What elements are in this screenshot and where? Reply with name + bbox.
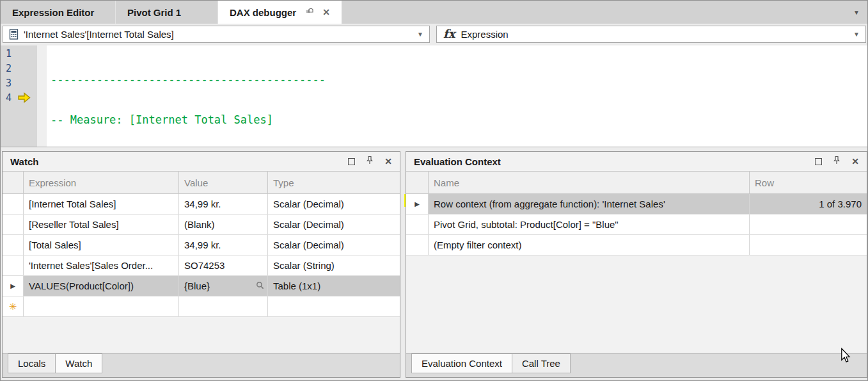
maximize-icon[interactable] <box>815 158 822 165</box>
watch-row[interactable]: 'Internet Sales'[Sales Order... SO74253 … <box>3 255 400 276</box>
evaluation-context-panel: Evaluation Context ✕ Name Row ▶ Row cont… <box>406 151 867 378</box>
close-icon[interactable]: ✕ <box>322 7 330 17</box>
row-count: 1 of 3.970 <box>750 194 867 214</box>
context-row[interactable]: Pivot Grid, subtotal: Product[Color] = "… <box>406 215 867 235</box>
column-header-expression[interactable]: Expression <box>24 172 179 193</box>
watch-panel: Watch ✕ Expression Value Type [Internet … <box>2 151 400 378</box>
tab-expression-editor[interactable]: Expression Editor <box>1 1 116 24</box>
evaluation-context-titlebar: Evaluation Context ✕ <box>406 152 867 171</box>
line-number: 1 <box>1 47 37 61</box>
tab-label: Pivot Grid 1 <box>127 7 181 18</box>
fx-icon: fx <box>443 27 455 40</box>
editor-gutter: 1 2 3 4 <box>1 45 37 147</box>
dax-code-editor[interactable]: 1 2 3 4 --------------------------------… <box>1 45 867 147</box>
maximize-icon[interactable] <box>348 158 355 165</box>
expression-combobox-value: Expression <box>461 29 508 40</box>
watch-panel-titlebar: Watch ✕ <box>3 152 400 171</box>
watch-row-selected[interactable]: ▶ VALUES(Product[Color]) {Blue} Table (1… <box>3 276 400 296</box>
tab-label: DAX debugger <box>230 7 296 18</box>
comment-line: ----------------------------------------… <box>51 73 326 86</box>
watch-table-header: Expression Value Type <box>3 171 400 194</box>
magnifier-icon[interactable] <box>256 280 264 291</box>
watch-row[interactable]: [Total Sales] 34,99 kr. Scalar (Decimal) <box>3 235 400 255</box>
tab-dax-debugger[interactable]: DAX debugger ✕ <box>218 1 342 24</box>
column-header-type[interactable]: Type <box>268 172 400 193</box>
chevron-down-icon[interactable]: ▼ <box>417 31 429 38</box>
context-table-header: Name Row <box>406 171 867 194</box>
column-header-value[interactable]: Value <box>179 172 268 193</box>
context-footer-tabbar: Evaluation Context Call Tree <box>406 353 867 377</box>
gutter-column-header <box>3 172 24 193</box>
panel-title: Watch <box>10 156 38 167</box>
calculator-icon <box>9 29 19 40</box>
comment-line: -- Measure: [Internet Total Sales] <box>51 113 273 126</box>
tab-label: Expression Editor <box>12 7 94 18</box>
watch-new-row[interactable]: ✳ <box>3 296 400 317</box>
column-header-name[interactable]: Name <box>429 172 750 193</box>
code-area[interactable]: ----------------------------------------… <box>47 45 867 147</box>
tab-list-dropdown-icon[interactable]: ▼ <box>853 9 867 16</box>
tab-evaluation-context[interactable]: Evaluation Context <box>411 353 512 373</box>
new-row-star-icon: ✳ <box>9 301 17 312</box>
pin-icon[interactable] <box>305 7 315 18</box>
dax-debugger-window: Expression Editor Pivot Grid 1 DAX debug… <box>0 0 868 381</box>
row-indicator-icon: ▶ <box>10 282 15 289</box>
document-tab-bar: Expression Editor Pivot Grid 1 DAX debug… <box>1 1 867 24</box>
panel-title: Evaluation Context <box>414 156 501 167</box>
tab-call-tree[interactable]: Call Tree <box>512 353 571 373</box>
tab-pivot-grid-1[interactable]: Pivot Grid 1 <box>116 1 218 24</box>
context-row[interactable]: (Empty filter context) <box>406 235 867 255</box>
pin-icon[interactable] <box>366 156 374 167</box>
editor-gutter-strip <box>37 45 47 147</box>
watch-row[interactable]: [Reseller Total Sales] (Blank) Scalar (D… <box>3 215 400 235</box>
column-header-row[interactable]: Row <box>750 172 867 193</box>
close-icon[interactable]: ✕ <box>384 156 392 166</box>
watch-footer-tabbar: Locals Watch <box>3 353 400 377</box>
pin-icon[interactable] <box>833 156 840 167</box>
chevron-down-icon[interactable]: ▼ <box>853 31 865 38</box>
tab-locals[interactable]: Locals <box>8 353 56 373</box>
current-statement-arrow-icon <box>18 92 31 105</box>
context-row-selected[interactable]: ▶ Row context (from aggregate function):… <box>406 194 867 215</box>
expression-selector-combobox[interactable]: fx Expression ▼ <box>436 26 866 43</box>
watch-empty-area <box>3 317 400 353</box>
line-number: 3 <box>1 76 37 91</box>
line-number: 2 <box>1 61 37 76</box>
debugger-toolbar: 'Internet Sales'[Internet Total Sales] ▼… <box>1 24 867 45</box>
row-indicator-icon: ▶ <box>414 200 420 207</box>
tab-watch[interactable]: Watch <box>55 353 102 373</box>
watch-row[interactable]: [Internet Total Sales] 34,99 kr. Scalar … <box>3 194 400 215</box>
measure-selector-combobox[interactable]: 'Internet Sales'[Internet Total Sales] ▼ <box>3 26 430 43</box>
gutter-column-header <box>406 172 429 193</box>
close-icon[interactable]: ✕ <box>851 156 859 166</box>
context-empty-area <box>406 255 867 353</box>
measure-combobox-value: 'Internet Sales'[Internet Total Sales] <box>24 29 174 40</box>
